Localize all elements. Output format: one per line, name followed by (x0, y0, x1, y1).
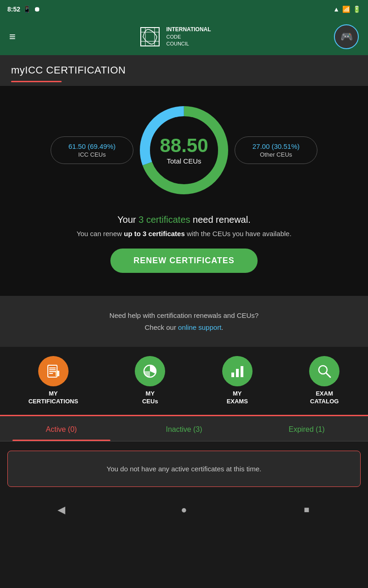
my-exams-label: MYEXAMS (227, 390, 248, 406)
svg-rect-6 (49, 373, 53, 374)
svg-rect-12 (241, 366, 243, 377)
title-underline (11, 81, 62, 82)
svg-rect-7 (56, 371, 59, 376)
back-button[interactable]: ◀ (50, 498, 73, 521)
svg-line-14 (326, 373, 330, 377)
menu-button[interactable]: ≡ (9, 30, 16, 43)
battery-icon: 🔋 (353, 6, 361, 13)
exam-catalog-label: EXAMCATALOG (310, 390, 339, 406)
total-ceu-label: Total CEUs (160, 157, 208, 165)
page-title-area: myICC CERTIFICATION (0, 55, 368, 86)
tab-inactive[interactable]: Inactive (3) (123, 416, 246, 441)
renewal-main-text: Your 3 certificates need renewal. (76, 215, 291, 225)
status-bar: 8:52 📱 ⏺ ▲ 📶 🔋 (0, 0, 368, 18)
status-time: 8:52 (7, 6, 20, 13)
nav-my-exams[interactable]: MYEXAMS (222, 356, 253, 406)
renew-certificates-button[interactable]: RENEW CERTIFICATES (110, 249, 258, 273)
my-exams-icon (222, 356, 253, 386)
help-section: Need help with certification renewals an… (0, 296, 368, 347)
donut-chart: 88.50 Total CEUs (133, 100, 235, 201)
home-button[interactable]: ● (172, 498, 196, 521)
other-ceu-value: 27.00 (30.51%) (243, 142, 309, 150)
icc-ceu-pill: 61.50 (69.49%) ICC CEUs (51, 136, 133, 164)
avatar[interactable]: 🎮 (334, 24, 359, 49)
empty-card-text: You do not have any active certificates … (17, 465, 351, 473)
logo-line2: CODE (166, 34, 211, 40)
svg-rect-11 (236, 369, 239, 377)
renewal-sub-text: You can renew up to 3 certificates with … (76, 230, 291, 237)
nav-my-ceus[interactable]: MYCEUs (135, 356, 165, 406)
nav-my-certifications[interactable]: MYCERTIFICATIONS (29, 356, 78, 406)
svg-rect-10 (231, 373, 234, 377)
recents-icon: ■ (304, 504, 310, 515)
signal-icon: 📶 (342, 6, 350, 13)
recents-button[interactable]: ■ (295, 498, 318, 521)
tab-active[interactable]: Active (0) (0, 416, 123, 441)
donut-center: 88.50 Total CEUs (160, 136, 208, 165)
chart-row: 61.50 (69.49%) ICC CEUs 88.50 Total CEUs (9, 100, 359, 201)
online-support-link[interactable]: online support (178, 323, 221, 331)
tabs-row: Active (0) Inactive (3) Expired (1) (0, 416, 368, 441)
record-icon: ⏺ (34, 6, 40, 13)
nav-icons: MYCERTIFICATIONS MYCEUs MYEXAMS (0, 347, 368, 416)
svg-rect-5 (49, 371, 56, 372)
help-line1: Need help with certification renewals an… (109, 311, 259, 319)
my-certifications-label: MYCERTIFICATIONS (29, 390, 78, 406)
help-text: Need help with certification renewals an… (11, 310, 357, 333)
wifi-icon: ▲ (333, 6, 339, 13)
my-certifications-icon (38, 356, 69, 386)
back-icon: ◀ (58, 504, 65, 516)
exam-catalog-icon (309, 356, 339, 386)
total-ceu-value: 88.50 (160, 136, 208, 155)
header-logo: INTERNATIONAL CODE COUNCIL (16, 25, 334, 48)
other-ceu-pill: 27.00 (30.51%) Other CEUs (235, 136, 317, 164)
svg-rect-3 (49, 368, 56, 368)
icc-logo-icon (138, 25, 161, 48)
nav-exam-catalog[interactable]: EXAMCATALOG (309, 356, 339, 406)
notification-icon: 📱 (23, 6, 31, 13)
renewal-text: Your 3 certificates need renewal. You ca… (76, 215, 291, 237)
logo-line1: INTERNATIONAL (166, 26, 211, 34)
logo-line3: COUNCIL (166, 40, 211, 47)
page-title: myICC CERTIFICATION (11, 64, 357, 76)
svg-rect-0 (138, 25, 161, 48)
my-ceus-icon (135, 356, 165, 386)
home-icon: ● (181, 504, 187, 516)
logo-text: INTERNATIONAL CODE COUNCIL (166, 26, 211, 48)
my-ceus-label: MYCEUs (142, 390, 158, 406)
renewal-highlight: 3 certificates (138, 215, 190, 225)
svg-rect-4 (49, 369, 56, 370)
bottom-nav: ◀ ● ■ (0, 496, 368, 524)
other-ceu-label: Other CEUs (243, 151, 309, 158)
tab-expired[interactable]: Expired (1) (245, 416, 368, 441)
header: ≡ INTERNATIONAL CODE COUNCIL 🎮 (0, 18, 368, 55)
dark-section: 61.50 (69.49%) ICC CEUs 88.50 Total CEUs (0, 86, 368, 296)
help-line2-suffix: . (221, 323, 223, 331)
icc-ceu-value: 61.50 (69.49%) (59, 142, 125, 150)
icc-ceu-label: ICC CEUs (59, 151, 125, 158)
empty-card: You do not have any active certificates … (7, 451, 361, 487)
help-line2-prefix: Check our (145, 323, 178, 331)
